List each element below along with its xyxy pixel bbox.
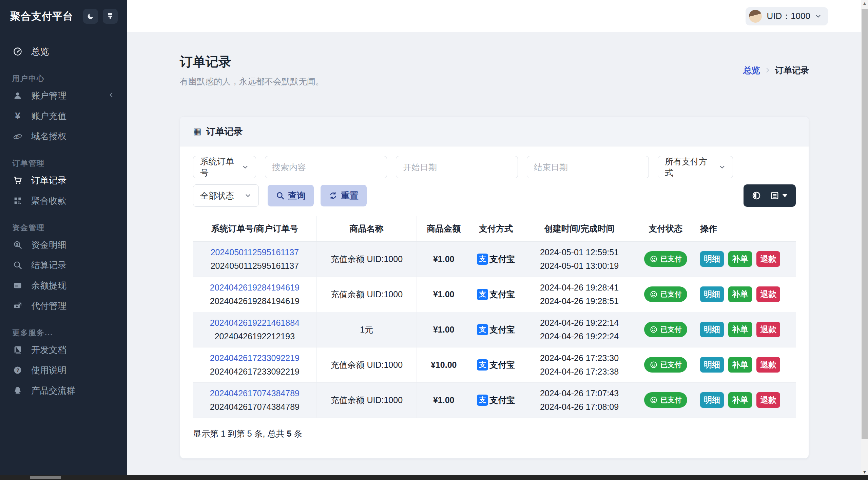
refund-button[interactable]: 退款 — [756, 322, 780, 337]
sidebar-item-fund-details[interactable]: $ 资金明细 — [0, 235, 127, 255]
reorder-button[interactable]: 补单 — [728, 322, 752, 337]
finish-time: 2024-05-01 13:00:19 — [524, 259, 634, 273]
status-badge: 已支付 — [644, 286, 687, 302]
table-row: 2024042617074384789 2024042617074384789 … — [193, 382, 796, 418]
status-label: 已支付 — [660, 254, 682, 264]
app-root: 聚合支付平台 总览 用户中心 账户管理 — [0, 0, 868, 475]
detail-button[interactable]: 明细 — [700, 251, 724, 267]
system-order-link[interactable]: 2024042617233092219 — [196, 351, 313, 365]
sidebar-item-label: 结算记录 — [31, 259, 66, 271]
pay-method-select[interactable]: 所有支付方式 — [658, 156, 733, 178]
create-time: 2024-04-26 17:07:43 — [524, 386, 634, 400]
product-name: 1元 — [316, 312, 417, 347]
create-time: 2024-05-01 12:59:51 — [524, 245, 634, 259]
product-name: 充值余额 UID:1000 — [316, 241, 417, 277]
user-menu[interactable]: UID：1000 — [746, 7, 828, 25]
breadcrumb-home-link[interactable]: 总览 — [743, 65, 760, 76]
system-order-link[interactable]: 2024042619221461884 — [196, 316, 313, 329]
vertical-scrollbar[interactable]: ▲ ▼ — [861, 0, 868, 475]
sidebar-item-product-group[interactable]: 产品交流群 — [0, 380, 127, 401]
col-header-amount: 商品金额 — [417, 216, 471, 241]
chevron-down-icon — [244, 192, 252, 199]
sidebar-item-aggregate-collection[interactable]: 聚合收款 — [0, 191, 127, 211]
vertical-scrollbar-thumb[interactable] — [862, 9, 868, 439]
sidebar-item-label: 余额提现 — [31, 280, 66, 292]
yen-icon: ¥ — [12, 111, 23, 121]
detail-button[interactable]: 明细 — [700, 357, 724, 373]
merchant-order-no: 2024042617074384789 — [196, 400, 313, 414]
order-no-type-select[interactable]: 系统订单号 — [193, 156, 256, 178]
alipay-icon: 支 — [477, 324, 488, 335]
detail-button[interactable]: 明细 — [700, 286, 724, 302]
query-label: 查询 — [288, 190, 306, 202]
sidebar-section-order-management: 订单管理 — [0, 159, 127, 168]
sidebar-item-overview[interactable]: 总览 — [0, 41, 127, 62]
status-badge: 已支付 — [644, 392, 687, 408]
detail-button[interactable]: 明细 — [700, 322, 724, 337]
refund-button[interactable]: 退款 — [756, 251, 780, 267]
sidebar-item-usage-guide[interactable]: ? 使用说明 — [0, 360, 127, 380]
finish-time: 2024-04-26 17:23:38 — [524, 365, 634, 378]
breadcrumb: 总览 订单记录 — [743, 65, 809, 76]
horizontal-scrollbar[interactable] — [0, 475, 868, 480]
svg-text:e: e — [16, 133, 19, 140]
sidebar-item-dev-docs[interactable]: 开发文档 — [0, 340, 127, 360]
col-header-product: 商品名称 — [316, 216, 417, 241]
pay-method-name: 支付宝 — [489, 359, 515, 371]
sidebar-item-domain-auth[interactable]: e 域名授权 — [0, 126, 127, 146]
pagination-total: 5 — [287, 429, 291, 438]
table-row: 2024042617233092219 2024042617233092219 … — [193, 347, 796, 382]
card-header: ▦ 订单记录 — [180, 117, 809, 146]
sidebar-nav: 总览 用户中心 账户管理 ¥ 账户充值 e 域名授权 — [0, 31, 127, 401]
reorder-button[interactable]: 补单 — [728, 392, 752, 408]
columns-dropdown-button[interactable] — [770, 191, 788, 200]
horizontal-scrollbar-thumb[interactable] — [30, 476, 61, 479]
page-subtitle: 有幽默感的人，永远都不会默默无闻。 — [180, 76, 324, 87]
reorder-button[interactable]: 补单 — [728, 286, 752, 302]
smiley-icon — [650, 361, 658, 369]
refund-button[interactable]: 退款 — [756, 357, 780, 373]
orders-table: 系统订单号/商户订单号 商品名称 商品金额 支付方式 创建时间/完成时间 支付状… — [193, 216, 796, 418]
sidebar-item-label: 开发文档 — [31, 344, 66, 356]
scroll-down-arrow[interactable]: ▼ — [861, 469, 868, 475]
start-date-input[interactable] — [396, 156, 518, 178]
system-order-link[interactable]: 2024050112595161137 — [196, 245, 313, 259]
finish-time: 2024-04-26 19:28:51 — [524, 294, 634, 308]
theme-button[interactable] — [103, 9, 118, 24]
card-view-toggle-button[interactable] — [752, 191, 761, 200]
paint-brush-icon — [106, 12, 114, 20]
system-order-link[interactable]: 2024042617074384789 — [196, 386, 313, 400]
sidebar-item-account-recharge[interactable]: ¥ 账户充值 — [0, 106, 127, 126]
scroll-up-arrow[interactable]: ▲ — [861, 1, 868, 6]
table-toolbar — [744, 184, 796, 207]
sidebar-item-payout-management[interactable]: 代付管理 — [0, 296, 127, 316]
refund-button[interactable]: 退款 — [756, 392, 780, 408]
reorder-button[interactable]: 补单 — [728, 357, 752, 373]
chevron-down-icon — [242, 163, 249, 171]
product-amount: ¥1.00 — [417, 382, 471, 418]
sidebar-item-label: 使用说明 — [31, 364, 66, 376]
sidebar-item-settlement-records[interactable]: 结算记录 — [0, 255, 127, 275]
sidebar-item-order-records[interactable]: 订单记录 — [0, 170, 127, 191]
reorder-button[interactable]: 补单 — [728, 251, 752, 267]
refund-button[interactable]: 退款 — [756, 286, 780, 302]
reset-button[interactable]: 重置 — [321, 185, 367, 206]
status-select[interactable]: 全部状态 — [193, 184, 259, 207]
search-input[interactable] — [265, 156, 387, 178]
sidebar-item-balance-withdraw[interactable]: 余额提现 — [0, 275, 127, 296]
chevron-down-icon — [814, 13, 822, 20]
product-amount: ¥1.00 — [417, 241, 471, 277]
detail-button[interactable]: 明细 — [700, 392, 724, 408]
sidebar-section-user-center: 用户中心 — [0, 74, 127, 83]
system-order-link[interactable]: 2024042619284194619 — [196, 281, 313, 294]
create-time: 2024-04-26 19:22:14 — [524, 316, 634, 329]
status-label: 已支付 — [660, 325, 682, 334]
app-title: 聚合支付平台 — [10, 9, 78, 23]
end-date-input[interactable] — [527, 156, 649, 178]
main-area: UID：1000 订单记录 有幽默感的人，永远都不会默默无闻。 总览 订单记录 — [127, 0, 868, 475]
query-button[interactable]: 查询 — [268, 185, 314, 206]
dark-mode-button[interactable] — [83, 9, 98, 24]
sidebar-item-account-management[interactable]: 账户管理 — [0, 85, 127, 106]
pay-method-name: 支付宝 — [489, 324, 515, 335]
money-transfer-icon — [12, 300, 23, 311]
